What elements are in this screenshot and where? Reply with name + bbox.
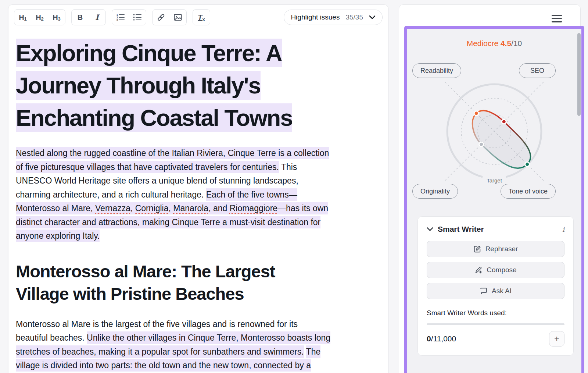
compose-icon xyxy=(474,266,483,274)
misspelled-word: Riomaggiore xyxy=(230,202,277,214)
words-limit-value: /11,000 xyxy=(431,334,456,343)
document-heading-2[interactable]: Monterosso al Mare: The LargestVillage w… xyxy=(16,260,381,305)
quality-radar-chart: Target xyxy=(421,58,568,205)
h1-letter: H xyxy=(19,13,24,22)
highlighted-text: stretches of beaches, making it a popula… xyxy=(16,345,304,358)
editor-card: H1 H2 H3 B I 1 2 3 xyxy=(8,4,388,373)
h1-button[interactable]: H1 xyxy=(14,10,31,25)
overall-score: Mediocre 4.5/10 xyxy=(407,39,581,48)
add-words-button[interactable]: + xyxy=(549,331,564,347)
ordered-list-button[interactable]: 1 2 3 xyxy=(112,10,129,25)
highlighted-text: , and xyxy=(208,202,230,214)
clear-formatting-button[interactable]: Tx xyxy=(193,10,210,25)
seo-score-dot xyxy=(502,120,506,124)
link-button[interactable] xyxy=(153,10,169,25)
text-segment xyxy=(304,347,306,356)
smart-writer-title: Smart Writer xyxy=(438,225,558,234)
h1-sub: 1 xyxy=(24,16,27,22)
rephraser-button[interactable]: Rephraser xyxy=(427,241,564,257)
panel-scrollbar-thumb[interactable] xyxy=(577,33,581,116)
document-editing-area[interactable]: Exploring Cinque Terre: AJourney Through… xyxy=(8,30,388,373)
misspelled-word: Corniglia xyxy=(135,202,169,214)
ask-ai-button[interactable]: Ask AI xyxy=(427,283,564,299)
highlighted-text: Unlike the other villages in Cinque Terr… xyxy=(87,331,330,344)
score-value: 4.5 xyxy=(501,39,511,47)
bold-button[interactable]: B xyxy=(72,10,89,25)
h2-letter: H xyxy=(36,13,41,22)
svg-text:2: 2 xyxy=(116,16,118,19)
text-segment: This xyxy=(279,162,297,172)
svg-text:3: 3 xyxy=(116,19,118,21)
chat-bubble-icon xyxy=(480,287,488,295)
list-button-group: 1 2 3 xyxy=(112,9,146,25)
h2-sub: 2 xyxy=(41,16,44,22)
ordered-list-icon: 1 2 3 xyxy=(116,13,125,21)
highlighted-text: Exploring Cinque Terre: A xyxy=(16,39,282,67)
highlight-issues-label: Highlight issues xyxy=(291,13,340,21)
originality-score-dot xyxy=(479,142,484,146)
text-segment: Monterosso al Mare: The Largest xyxy=(16,262,275,281)
insert-button-group xyxy=(152,9,187,25)
words-used-progress-bar xyxy=(427,323,564,325)
highlighted-text: of five picturesque villages that have c… xyxy=(16,161,279,173)
highlighted-text: Monterosso al Mare, xyxy=(16,202,95,214)
smart-writer-card: Smart Writer i Rephraser Compose xyxy=(417,216,574,356)
misspelled-word: Manarola xyxy=(173,202,208,214)
originality-pill[interactable]: Originality xyxy=(412,184,458,199)
highlighted-text: , xyxy=(130,202,135,214)
target-label: Target xyxy=(487,177,502,184)
rephraser-icon xyxy=(473,245,481,253)
clear-format-group: Tx xyxy=(193,9,210,25)
document-title[interactable]: Exploring Cinque Terre: AJourney Through… xyxy=(16,37,381,134)
score-max: /10 xyxy=(511,39,522,47)
text-segment: charming architecture, and a rich cultur… xyxy=(16,190,206,199)
italic-button[interactable]: I xyxy=(89,10,105,25)
document-paragraph-1[interactable]: Nestled along the rugged coastline of th… xyxy=(16,146,381,243)
score-panel-highlight-outline: Mediocre 4.5/10 Readability SEO xyxy=(404,26,584,373)
highlighted-text: distinct character and attractions, maki… xyxy=(16,216,320,228)
clear-format-sub: x xyxy=(202,17,205,22)
inline-format-group: B I xyxy=(71,9,106,25)
score-verdict-label: Mediocre xyxy=(467,39,498,47)
compose-button[interactable]: Compose xyxy=(427,262,564,278)
editor-toolbar: H1 H2 H3 B I 1 2 3 xyxy=(8,5,388,30)
text-segment: UNESCO World Heritage site offers a uniq… xyxy=(16,176,298,185)
tone-of-voice-pill[interactable]: Tone of voice xyxy=(501,184,556,199)
highlighted-text: anyone exploring Italy. xyxy=(16,230,100,242)
words-used-value: 0 xyxy=(427,334,431,343)
link-icon xyxy=(157,13,165,22)
ask-ai-label: Ask AI xyxy=(492,287,512,295)
chevron-down-icon[interactable] xyxy=(427,227,433,231)
image-button[interactable] xyxy=(169,10,186,25)
h3-letter: H xyxy=(53,13,58,22)
clear-format-letter: T xyxy=(198,13,202,22)
h3-sub: 3 xyxy=(58,16,61,22)
image-icon xyxy=(173,13,182,22)
words-used-label: Smart Writer Words used: xyxy=(427,309,564,317)
text-segment: Village with Pristine Beaches xyxy=(16,284,244,303)
h3-button[interactable]: H3 xyxy=(48,10,65,25)
highlighted-text: village is divided into two parts: the o… xyxy=(16,359,311,372)
chevron-down-icon xyxy=(369,15,376,19)
bullet-list-button[interactable] xyxy=(129,10,146,25)
highlighted-text: Journey Through Italy's xyxy=(16,71,261,100)
highlighted-text: —has its own xyxy=(277,202,328,214)
rephraser-label: Rephraser xyxy=(485,245,518,253)
bullet-list-icon xyxy=(133,13,142,21)
text-segment: beautiful beaches. xyxy=(16,333,87,342)
readability-score-dot xyxy=(474,111,478,116)
document-paragraph-2[interactable]: Monterosso al Mare is the largest of the… xyxy=(16,317,381,373)
svg-text:1: 1 xyxy=(116,14,118,16)
compose-label: Compose xyxy=(487,266,516,274)
highlighted-text: The xyxy=(306,345,321,358)
words-used-counter: 0/11,000 xyxy=(427,334,456,343)
info-icon[interactable]: i xyxy=(562,225,564,233)
heading-button-group: H1 H2 H3 xyxy=(14,9,65,25)
highlighted-text: Each of the five towns— xyxy=(206,188,297,201)
text-segment: Monterosso al Mare is the largest of the… xyxy=(16,319,298,329)
highlighted-text: Enchanting Coastal Towns xyxy=(16,103,292,132)
h2-button[interactable]: H2 xyxy=(31,10,48,25)
highlight-issues-count: 35/35 xyxy=(345,13,363,21)
highlight-issues-dropdown[interactable]: Highlight issues 35/35 xyxy=(284,10,383,25)
menu-icon[interactable] xyxy=(552,13,562,24)
